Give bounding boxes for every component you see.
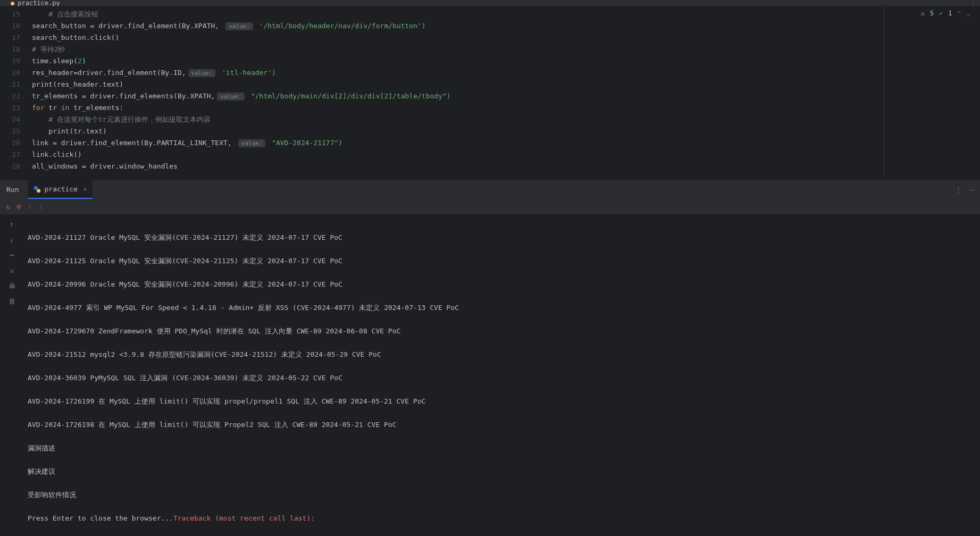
code-content[interactable]: # 点击搜索按钮 search_button = driver.find_ele… xyxy=(27,6,980,175)
console-line: AVD-2024-1726199 在 MySQL 上使用 limit() 可以实… xyxy=(28,396,976,407)
code-text: tr_elements: xyxy=(73,104,123,112)
console-line: AVD-2024-4977 索引 WP MySQL For Speed < 1.… xyxy=(28,302,976,314)
line-number: 19 xyxy=(0,55,20,67)
code-text: '/html/body/header/nav/div/form/button') xyxy=(255,22,426,30)
line-number: 26 xyxy=(0,137,20,149)
warning-count: 5 xyxy=(930,10,934,17)
svg-point-0 xyxy=(34,186,38,189)
soft-wrap-icon[interactable]: ⇥ xyxy=(10,251,14,259)
down-arrow-icon[interactable]: ↓ xyxy=(10,236,14,244)
code-text: time.sleep( xyxy=(32,57,78,65)
line-number: 16 xyxy=(0,20,20,32)
code-text: ) xyxy=(82,57,86,65)
python-file-icon: ● xyxy=(11,0,14,7)
tab-filename: practice.py xyxy=(18,0,60,7)
chevron-up-icon[interactable]: ⌃ xyxy=(958,10,961,17)
console-line: 漏洞描述 xyxy=(28,442,976,454)
trash-icon[interactable]: 🗑 xyxy=(9,297,15,305)
right-margin-line xyxy=(884,6,884,175)
code-text: "AVD-2024-21177") xyxy=(267,139,342,147)
console-line: AVD-2024-20996 Oracle MySQL 安全漏洞(CVE-202… xyxy=(28,279,976,290)
code-text: search_button.click() xyxy=(32,34,119,41)
line-number: 18 xyxy=(0,44,20,55)
code-text: for xyxy=(32,104,48,112)
more-actions-icon[interactable]: ⋮ xyxy=(38,203,45,211)
code-editor[interactable]: 15 16 17 18 19 20 21 22 23 24 25 26 27 2… xyxy=(0,6,980,175)
minimize-icon[interactable]: — xyxy=(969,186,974,194)
param-hint: value: xyxy=(225,22,253,30)
more-icon[interactable]: ⋮ xyxy=(955,186,962,194)
code-text: link.click() xyxy=(32,150,82,158)
code-text: 'itl-header') xyxy=(217,69,276,77)
console-line: AVD-2024-21512 mysql2 <3.9.8 存在原型链污染漏洞(C… xyxy=(28,349,976,361)
console-side-toolbar: ↑ ↓ ⇥ ⇲ 🖶 🗑 xyxy=(0,215,23,529)
console-panel: ↑ ↓ ⇥ ⇲ 🖶 🗑 AVD-2024-21127 Oracle MySQL … xyxy=(0,215,980,529)
console-line: AVD-2024-36039 PyMySQL SQL 注入漏洞 (CVE-202… xyxy=(28,372,976,384)
scroll-to-end-icon[interactable]: ⇲ xyxy=(10,266,14,274)
run-tab-label: practice xyxy=(44,185,78,193)
console-text: Press Enter to close the browser... xyxy=(28,514,173,522)
line-number: 24 xyxy=(0,114,20,125)
code-text: # 点击搜索按钮 xyxy=(32,10,98,18)
console-line: 解决建议 xyxy=(28,466,976,478)
code-text: # 等待2秒 xyxy=(32,45,65,53)
console-output[interactable]: AVD-2024-21127 Oracle MySQL 安全漏洞(CVE-202… xyxy=(23,215,980,529)
check-icon: ✓ xyxy=(939,10,943,17)
code-text: (res_header.text) xyxy=(53,80,123,88)
editor-tab-bar: ● practice.py ⋮ xyxy=(0,0,980,6)
separator: | xyxy=(28,203,32,211)
line-number: 17 xyxy=(0,32,20,44)
console-line: Press Enter to close the browser...Trace… xyxy=(28,513,976,524)
chevron-down-icon[interactable]: ⌄ xyxy=(967,10,970,17)
traceback-header: Traceback (most recent call last): xyxy=(173,514,315,522)
param-hint: value: xyxy=(188,69,216,77)
code-text: "/html/body/main/div[2]/div/div[2]/table… xyxy=(247,92,451,100)
line-number: 28 xyxy=(0,161,20,172)
panel-splitter[interactable] xyxy=(0,175,980,180)
code-text: res_header=driver.find_element(By.ID, xyxy=(32,69,186,77)
stop-icon[interactable]: ⊘ xyxy=(17,203,21,211)
check-count: 1 xyxy=(948,10,952,17)
run-toolbar: ↻ ⊘ | ⋮ xyxy=(0,199,980,215)
python-icon xyxy=(33,186,41,193)
inspections-widget[interactable]: ⚠5 ✓1 ⌃ ⌄ xyxy=(921,10,970,17)
console-line: AVD-2024-21127 Oracle MySQL 安全漏洞(CVE-202… xyxy=(28,232,976,244)
print-icon[interactable]: 🖶 xyxy=(9,282,15,290)
editor-tab-practice[interactable]: ● practice.py xyxy=(5,0,65,6)
code-text: tr xyxy=(48,104,61,112)
line-number: 25 xyxy=(0,125,20,137)
param-hint: value: xyxy=(238,139,266,147)
line-number: 15 xyxy=(0,9,20,20)
code-text: 2 xyxy=(78,57,82,65)
rerun-icon[interactable]: ↻ xyxy=(6,203,11,211)
run-panel-title: Run xyxy=(6,186,19,194)
code-text: in xyxy=(61,104,73,112)
line-number: 22 xyxy=(0,90,20,102)
line-number: 20 xyxy=(0,67,20,79)
line-number: 23 xyxy=(0,102,20,114)
param-hint: value: xyxy=(217,93,245,100)
line-number: 27 xyxy=(0,149,20,161)
code-text: link = driver.find_element(By.PARTIAL_LI… xyxy=(32,139,236,147)
code-text: tr_elements = driver.find_elements(By.XP… xyxy=(32,92,215,100)
line-number-gutter: 15 16 17 18 19 20 21 22 23 24 25 26 27 2… xyxy=(0,6,27,175)
code-text: # 在这里对每个tr元素进行操作，例如提取文本内容 xyxy=(32,115,211,123)
run-tool-header: Run practice × ⋮ — xyxy=(0,180,980,199)
code-text: print xyxy=(32,80,53,88)
svg-point-1 xyxy=(37,189,41,192)
up-arrow-icon[interactable]: ↑ xyxy=(10,220,14,228)
close-icon[interactable]: × xyxy=(83,185,87,193)
console-line: AVD-2024-1729670 ZendFramework 使用 PDO_My… xyxy=(28,325,976,337)
run-config-tab[interactable]: practice × xyxy=(28,180,92,199)
warning-icon: ⚠ xyxy=(921,10,925,17)
console-line: AVD-2024-21125 Oracle MySQL 安全漏洞(CVE-202… xyxy=(28,255,976,267)
code-text: all_windows = driver.window_handles xyxy=(32,162,178,170)
console-line: AVD-2024-1726198 在 MySQL 上使用 limit() 可以实… xyxy=(28,419,976,431)
console-line: 受影响软件情况 xyxy=(28,489,976,501)
code-text: search_button = driver.find_element(By.X… xyxy=(32,22,223,30)
code-text: (tr.text) xyxy=(69,127,106,135)
line-number: 21 xyxy=(0,79,20,90)
code-text: print xyxy=(32,127,69,135)
